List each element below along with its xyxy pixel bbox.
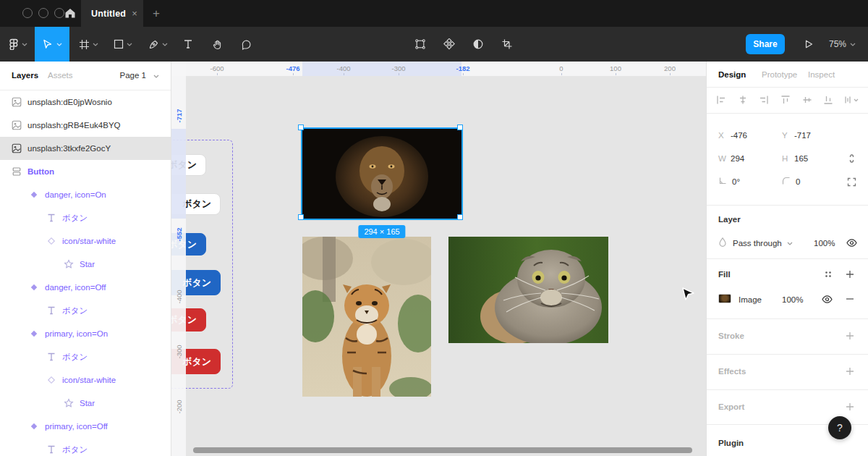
move-cursor-icon <box>42 38 54 50</box>
window-close-button[interactable] <box>22 8 33 18</box>
boolean-groups-button[interactable] <box>438 27 460 62</box>
layer-row[interactable]: ボタン <box>0 345 171 368</box>
effects-add-icon[interactable] <box>844 366 856 377</box>
layer-row[interactable]: unsplash:gRB4Euk4BYQ <box>0 114 171 137</box>
text-layer-icon <box>46 305 56 316</box>
corner-radius-field[interactable]: 0 <box>782 174 800 190</box>
move-tool-button[interactable] <box>35 27 69 62</box>
layer-name: ボタン <box>62 213 88 224</box>
selection-handle-bottom-right[interactable] <box>457 214 463 220</box>
layer-row[interactable]: primary, icon=Off <box>0 415 171 438</box>
width-field[interactable]: W 294 <box>718 151 744 166</box>
y-position-field[interactable]: Y -717 <box>782 127 811 143</box>
layer-row[interactable]: Star <box>0 392 171 415</box>
stroke-add-icon[interactable] <box>844 330 856 342</box>
boolean-groups-icon <box>443 38 455 50</box>
window-minimize-button[interactable] <box>38 8 48 18</box>
selection-handle-top-right[interactable] <box>457 124 463 130</box>
zoom-menu[interactable]: 75% <box>829 27 856 62</box>
fill-opacity-field[interactable]: 100% <box>782 292 803 308</box>
independent-corners-icon[interactable] <box>846 176 857 187</box>
text-tool-button[interactable] <box>178 27 198 62</box>
file-tab[interactable]: Untitled × <box>81 0 143 27</box>
layer-row[interactable]: ボタン <box>0 299 171 322</box>
tab-prototype[interactable]: Prototype <box>762 70 797 79</box>
tab-design[interactable]: Design <box>718 70 746 79</box>
layer-row[interactable]: danger, icon=Off <box>0 276 171 299</box>
hand-icon <box>212 39 223 50</box>
layer-row[interactable]: Star <box>0 253 171 276</box>
chevron-down-icon <box>162 43 168 46</box>
fill-remove-icon[interactable] <box>844 293 856 305</box>
layer-name: unsplash:3tkxfe2GocY <box>27 144 111 153</box>
align-horizontal-center-icon[interactable] <box>737 94 749 107</box>
fill-add-icon[interactable] <box>844 269 856 280</box>
rotation-field[interactable]: 0° <box>718 174 740 190</box>
chevron-down-icon[interactable] <box>153 75 159 78</box>
x-position-field[interactable]: X -476 <box>718 127 747 143</box>
main-menu-button[interactable] <box>4 27 32 62</box>
selection-handle-top-left[interactable] <box>298 124 304 130</box>
blend-mode-select[interactable]: Pass through <box>733 235 793 251</box>
layer-row[interactable]: icon/star-white <box>0 368 171 392</box>
crop-button[interactable] <box>496 27 518 62</box>
hand-tool-button[interactable] <box>207 27 227 62</box>
fill-type[interactable]: Image <box>739 292 762 308</box>
button-label: ボタン <box>182 198 211 211</box>
constrain-proportions-icon[interactable] <box>846 153 857 164</box>
new-tab-button[interactable]: + <box>149 7 163 21</box>
shape-tool-button[interactable] <box>107 27 139 62</box>
ruler-label: -300 <box>175 345 183 358</box>
w-label: W <box>718 154 726 163</box>
align-top-icon[interactable] <box>780 94 791 107</box>
layer-row[interactable]: ボタン <box>0 438 171 456</box>
canvas-image-manul[interactable] <box>448 237 608 343</box>
layer-opacity-value: 100% <box>814 239 835 248</box>
image-layer-icon <box>12 97 22 107</box>
edit-object-button[interactable] <box>409 27 431 62</box>
fill-section-title: Fill <box>718 270 731 279</box>
rotation-value: 0° <box>732 177 740 186</box>
present-button[interactable] <box>799 27 819 62</box>
align-right-icon[interactable] <box>758 94 770 107</box>
text-layer-icon <box>46 213 56 223</box>
layer-row[interactable]: icon/star-white <box>0 229 171 253</box>
fill-image-thumbnail[interactable] <box>718 294 731 303</box>
canvas-image-tiger[interactable] <box>302 237 431 397</box>
page-selector[interactable]: Page 1 <box>120 71 146 80</box>
layer-visibility-eye-icon[interactable] <box>846 237 857 248</box>
layer-row[interactable]: unsplash:3tkxfe2GocY <box>0 137 171 160</box>
frame-tool-button[interactable] <box>72 27 104 62</box>
share-button[interactable]: Share <box>746 34 785 54</box>
align-left-icon[interactable] <box>715 94 727 107</box>
align-vertical-center-icon[interactable] <box>801 94 813 107</box>
tab-assets[interactable]: Assets <box>48 71 73 80</box>
selection-handle-bottom-left[interactable] <box>298 214 304 220</box>
horizontal-scrollbar[interactable] <box>193 447 692 453</box>
fill-visibility-eye-icon[interactable] <box>821 293 833 305</box>
chevron-down-icon <box>22 43 27 46</box>
layer-row[interactable]: primary, icon=On <box>0 322 171 345</box>
tab-layers[interactable]: Layers <box>12 71 38 80</box>
layer-row[interactable]: Button <box>0 160 171 183</box>
layer-row[interactable]: danger, icon=On <box>0 183 171 206</box>
tab-inspect[interactable]: Inspect <box>808 70 835 79</box>
layer-row[interactable]: unsplash:dE0jpWosnio <box>0 90 171 114</box>
figma-logo-icon <box>9 38 19 50</box>
fill-styles-icon[interactable] <box>822 269 834 280</box>
export-add-icon[interactable] <box>844 401 856 413</box>
properties-panel: Design Prototype Inspect X -476 Y -717 W… <box>706 62 868 456</box>
mask-button[interactable] <box>467 27 489 62</box>
tab-close-icon[interactable]: × <box>132 9 137 18</box>
help-button[interactable]: ? <box>828 416 851 439</box>
align-bottom-icon[interactable] <box>822 94 834 107</box>
distribute-menu-icon[interactable] <box>844 94 860 107</box>
pen-tool-button[interactable] <box>142 27 174 62</box>
layer-opacity-field[interactable]: 100% <box>814 235 835 251</box>
comment-tool-button[interactable] <box>236 27 256 62</box>
component-icon <box>29 190 39 200</box>
canvas[interactable]: ボタンボタンボタンボタンボタンボタン <box>171 62 706 456</box>
height-field[interactable]: H 165 <box>782 151 808 166</box>
home-icon[interactable] <box>62 5 78 21</box>
layer-row[interactable]: ボタン <box>0 206 171 229</box>
